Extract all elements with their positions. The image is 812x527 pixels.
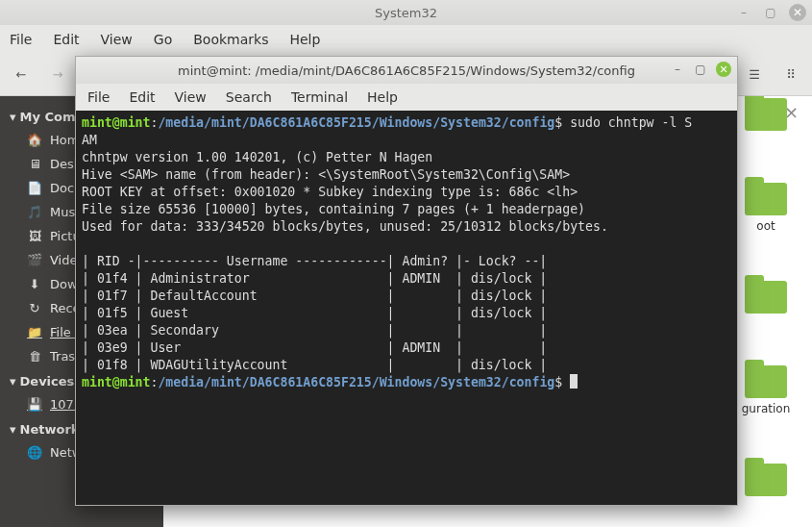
filesystem-icon: 📁	[27, 325, 42, 339]
term-menu-view[interactable]: View	[175, 89, 207, 105]
folder-item[interactable]: guration	[737, 365, 795, 415]
term-menu-file[interactable]: File	[87, 89, 110, 105]
term-menu-help[interactable]: Help	[367, 89, 398, 105]
disk-icon: 💾	[27, 397, 42, 412]
menu-bookmarks[interactable]: Bookmarks	[193, 32, 268, 47]
folder-icon	[745, 464, 787, 496]
forward-icon[interactable]: →	[46, 63, 69, 87]
fm-titlebar: System32 – ▢ ✕	[0, 0, 812, 25]
terminal-window: mint@mint: /media/mint/DA6C861A6C85F215/…	[75, 56, 738, 506]
folder-icon	[745, 98, 787, 131]
fm-title: System32	[375, 6, 437, 20]
output-line: | 01f7 | DefaultAccount | | dis/lock |	[82, 289, 547, 303]
compact-view-icon[interactable]: ⠿	[779, 63, 802, 87]
minimize-icon[interactable]: –	[670, 62, 685, 77]
menu-view[interactable]: View	[101, 32, 133, 47]
prompt-path: /media/mint/DA6C861A6C85F215/Windows/Sys…	[158, 115, 554, 130]
prompt-user: mint@mint	[82, 115, 150, 130]
term-menu-search[interactable]: Search	[226, 89, 272, 105]
terminal-output[interactable]: mint@mint:/media/mint/DA6C861A6C85F215/W…	[76, 111, 737, 505]
desktop-icon: 🖥	[27, 157, 42, 171]
folder-item[interactable]	[737, 281, 795, 317]
music-icon: 🎵	[27, 205, 42, 219]
folder-item[interactable]	[737, 464, 795, 500]
videos-icon: 🎬	[27, 253, 42, 267]
trash-icon: 🗑	[27, 349, 42, 364]
chevron-down-icon: ▾	[10, 422, 16, 437]
output-line: | 01f4 | Administrator | ADMIN | dis/loc…	[82, 271, 547, 286]
output-line: File size 65536 [10000] bytes, containin…	[82, 202, 585, 216]
output-line: chntpw version 1.00 140201, (c) Petter N…	[82, 150, 432, 164]
term-menu-edit[interactable]: Edit	[129, 89, 155, 105]
downloads-icon: ⬇	[27, 277, 42, 291]
chevron-down-icon: ▾	[10, 374, 16, 389]
close-icon[interactable]: ✕	[789, 4, 806, 21]
term-menubar: File Edit View Search Terminal Help	[76, 84, 737, 111]
recent-icon: ↻	[27, 301, 42, 315]
output-line: Used for data: 333/34520 blocks/bytes, u…	[82, 219, 608, 234]
menu-help[interactable]: Help	[289, 32, 320, 47]
home-icon: 🏠	[27, 133, 42, 147]
output-line: ROOT KEY at offset: 0x001020 * Subkey in…	[82, 185, 578, 199]
output-line: | 03e9 | User | ADMIN | |	[82, 340, 547, 355]
folder-item[interactable]	[737, 98, 795, 135]
list-view-icon[interactable]: ☰	[743, 63, 766, 87]
menu-file[interactable]: File	[10, 32, 32, 47]
minimize-icon[interactable]: –	[735, 4, 752, 21]
command-text: sudo chntpw -l S	[562, 115, 692, 130]
folder-icon	[745, 365, 787, 398]
output-line: | 01f8 | WDAGUtilityAccount | | dis/lock…	[82, 358, 547, 372]
term-menu-terminal[interactable]: Terminal	[291, 89, 348, 105]
fm-menubar: File Edit View Go Bookmarks Help	[0, 25, 812, 54]
term-titlebar: mint@mint: /media/mint/DA6C861A6C85F215/…	[76, 57, 737, 84]
back-icon[interactable]: ←	[10, 63, 33, 87]
output-line: | 01f5 | Guest | | dis/lock |	[82, 306, 547, 320]
folder-icon	[745, 281, 787, 314]
cursor-icon	[570, 374, 578, 389]
network-icon: 🌐	[27, 445, 42, 460]
menu-edit[interactable]: Edit	[53, 32, 79, 47]
pictures-icon: 🖼	[27, 229, 42, 243]
output-line: | 03ea | Secondary | | |	[82, 323, 547, 338]
close-icon[interactable]: ✕	[716, 62, 731, 77]
maximize-icon[interactable]: ▢	[762, 4, 779, 21]
output-line: | RID -|---------- Username ------------…	[82, 254, 547, 268]
output-line: Hive <SAM> name (from header): <\SystemR…	[82, 167, 570, 182]
maximize-icon[interactable]: ▢	[693, 62, 708, 77]
documents-icon: 📄	[27, 181, 42, 195]
menu-go[interactable]: Go	[154, 32, 172, 47]
prompt-path: /media/mint/DA6C861A6C85F215/Windows/Sys…	[158, 375, 554, 389]
command-text-wrap: AM	[82, 133, 97, 147]
folder-icon	[745, 183, 787, 215]
term-title: mint@mint: /media/mint/DA6C861A6C85F215/…	[178, 63, 635, 78]
chevron-down-icon: ▾	[10, 110, 16, 124]
prompt-user: mint@mint	[82, 375, 150, 389]
folder-item[interactable]: oot	[737, 183, 795, 233]
